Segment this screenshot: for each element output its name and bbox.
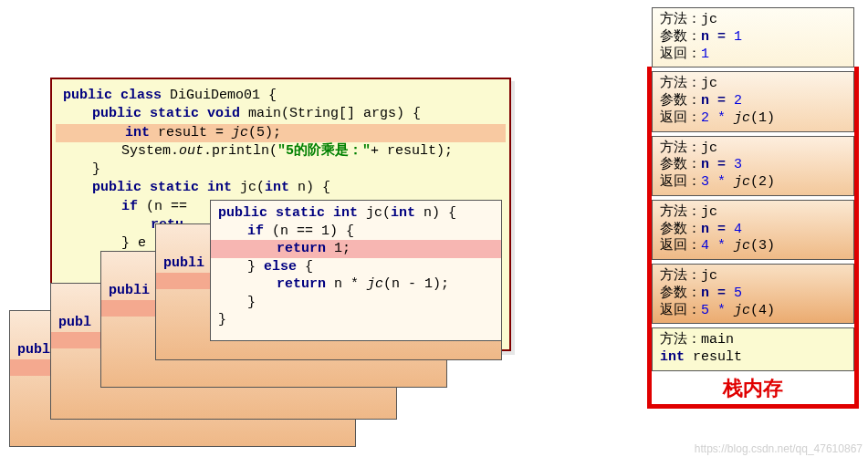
line-jc-sig: public static int jc(int n) { <box>63 179 504 197</box>
frame-decl: int result <box>660 349 848 367</box>
stack-frame-main: 方法：main int result <box>652 327 854 371</box>
line-else: } else { <box>218 258 499 276</box>
frame-method: 方法：jc <box>660 268 848 286</box>
frame-method: 方法：jc <box>660 140 848 158</box>
stack-frame: 方法：jc参数：n = 2返回：2 * jc(1) <box>652 71 854 131</box>
frame-return: 返回：4 * jc(3) <box>660 238 848 255</box>
line-class-decl: public class DiGuiDemo01 { <box>63 87 504 105</box>
stack-memory: 方法：jc参数：n = 1返回：1方法：jc参数：n = 2返回：2 * jc(… <box>652 7 854 404</box>
recursion-card-1: public static int jc(int n) { if (n == 1… <box>210 200 502 341</box>
line-println: System.out.println("5的阶乘是："+ result); <box>63 142 504 161</box>
line-return-n: return n * jc(n - 1); <box>218 275 499 294</box>
frame-return: 返回：1 <box>660 47 848 64</box>
stack-frame: 方法：jc参数：n = 1返回：1 <box>652 7 854 68</box>
line-main-hl-jc5: int result = jc(5); <box>56 124 506 142</box>
frame-return: 返回：5 * jc(4) <box>660 303 848 320</box>
line-close: } <box>218 311 499 329</box>
frame-param: 参数：n = 2 <box>660 93 848 110</box>
frame-method: 方法：jc <box>660 204 848 222</box>
frame-param: 参数：n = 1 <box>660 29 848 47</box>
line-close-main: } <box>63 161 504 179</box>
stack-frame: 方法：jc参数：n = 5返回：5 * jc(4) <box>652 264 854 324</box>
frame-return: 返回：3 * jc(2) <box>660 174 848 192</box>
stack-frame: 方法：jc参数：n = 3返回：3 * jc(2) <box>652 136 854 196</box>
frame-method: 方法：jc <box>660 12 848 29</box>
frame-param: 参数：n = 3 <box>660 157 848 174</box>
frame-return: 返回：2 * jc(1) <box>660 110 848 128</box>
line-close: } <box>218 294 499 312</box>
line-return-1: return 1; <box>211 240 501 258</box>
frame-method: 方法：main <box>660 332 848 349</box>
frame-param: 参数：n = 5 <box>660 286 848 303</box>
line-jc-sig: public static int jc(int n) { <box>218 204 499 223</box>
watermark: https://blog.csdn.net/qq_47610867 <box>695 442 863 455</box>
frame-method: 方法：jc <box>660 76 848 93</box>
stack-title: 栈内存 <box>652 375 854 404</box>
line-if: if (n == 1) { <box>218 223 499 241</box>
line-main-sig: public static void main(String[] args) { <box>63 105 504 123</box>
stack-frame: 方法：jc参数：n = 4返回：4 * jc(3) <box>652 200 854 260</box>
frame-param: 参数：n = 4 <box>660 222 848 239</box>
